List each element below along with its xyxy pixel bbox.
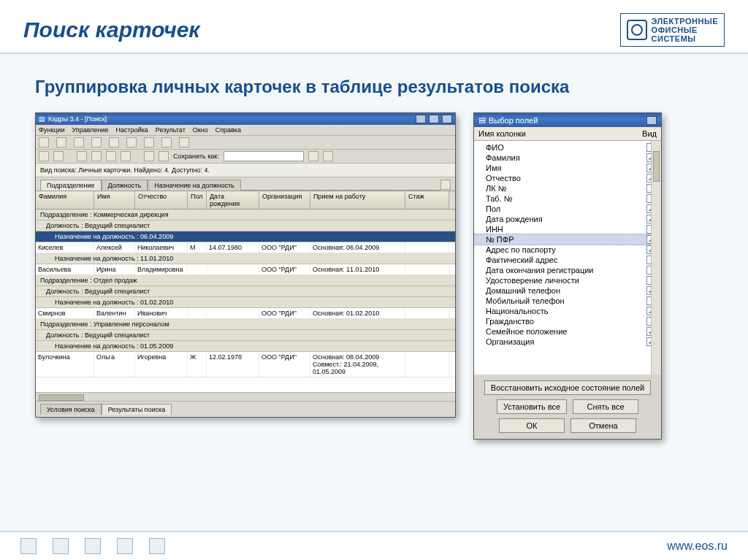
group-row[interactable]: Должность : Ведущий специалист xyxy=(36,220,455,231)
slide-header: Поиск карточек ЭЛЕКТРОННЫЕ ОФИСНЫЕ СИСТЕ… xyxy=(0,0,748,54)
group-tab[interactable]: Назначение на должность xyxy=(148,180,241,191)
table-row[interactable]: Васильева Ирина Владимировна ООО "РДИ" О… xyxy=(36,264,455,275)
field-item[interactable]: Имя✓ xyxy=(474,163,661,173)
field-item[interactable]: Фактический адрес xyxy=(474,255,661,265)
set-all-button[interactable]: Установить все xyxy=(497,399,567,414)
toolbar-button[interactable] xyxy=(106,151,116,161)
results-grid: Подразделение : Коммерческая дирекция До… xyxy=(36,210,455,392)
field-item[interactable]: Домашний телефон✓ xyxy=(474,285,661,296)
table-row[interactable]: Киселев Алексей Николаевич М 14.07.1980 … xyxy=(36,242,455,253)
field-item[interactable]: Дата рождения✓ xyxy=(474,214,661,224)
group-row[interactable]: Подразделение : Отдел продаж xyxy=(36,275,455,286)
toolbar-button[interactable] xyxy=(39,137,49,147)
column-header[interactable]: Дата рождения xyxy=(207,191,259,209)
group-tab[interactable]: Должность xyxy=(102,180,148,191)
field-item[interactable]: Фамилия✓ xyxy=(474,153,661,163)
field-item[interactable]: ЛК № xyxy=(474,183,661,193)
toolbar-button[interactable] xyxy=(56,137,66,147)
menu-item[interactable]: Управление xyxy=(72,126,108,134)
field-item[interactable]: Мобильный телефон xyxy=(474,296,661,306)
dialog-titlebar[interactable]: ▤ Выбор полей xyxy=(474,113,661,127)
group-row[interactable]: Назначение на должность : 01.05.2009 xyxy=(36,341,455,352)
field-item[interactable]: Удостоверение личности xyxy=(474,275,661,285)
toolbar-button[interactable] xyxy=(74,137,84,147)
column-visible-header[interactable]: Вид xyxy=(642,129,657,138)
field-item[interactable]: Дата окончания регистрации xyxy=(474,265,661,275)
toolbar-button[interactable] xyxy=(323,151,333,161)
slide-title: Поиск карточек xyxy=(23,18,200,42)
field-item[interactable]: Адрес по паспорту✓ xyxy=(474,245,661,255)
field-item[interactable]: Организация✓ xyxy=(474,337,661,347)
toolbar-button[interactable] xyxy=(308,151,318,161)
column-header[interactable]: Отчество xyxy=(135,191,188,209)
field-item[interactable]: ИНН xyxy=(474,224,661,234)
app-title-text: Кадры 3.4 - [Поиск] xyxy=(48,115,107,123)
table-row[interactable]: Булочкина Ольга Игоревна Ж 12.02.1978 ОО… xyxy=(36,352,455,377)
cancel-button[interactable]: Отмена xyxy=(570,418,636,433)
dialog-close-button[interactable] xyxy=(646,116,657,125)
menu-item[interactable]: Функции xyxy=(39,126,64,134)
toolbar-button[interactable] xyxy=(161,137,172,147)
dialog-buttons: Восстановить исходное состояние полей Ус… xyxy=(474,375,661,439)
toolbar-button[interactable] xyxy=(159,151,169,161)
bottom-tab[interactable]: Результаты поиска xyxy=(102,404,172,415)
menu-item[interactable]: Окно xyxy=(193,126,208,134)
column-header[interactable]: Стаж xyxy=(405,191,449,209)
column-header[interactable]: Имя xyxy=(94,191,135,209)
toolbar-button[interactable] xyxy=(77,151,87,161)
menu-item[interactable]: Результат xyxy=(156,126,186,134)
group-row[interactable]: Подразделение : Коммерческая дирекция xyxy=(36,210,455,220)
table-row[interactable]: Смирнов Валентин Иванович ООО "РДИ" Осно… xyxy=(36,308,455,319)
toolbar-button[interactable] xyxy=(91,151,102,161)
restore-defaults-button[interactable]: Восстановить исходное состояние полей xyxy=(484,380,651,395)
field-item[interactable]: Национальность✓ xyxy=(474,306,661,316)
field-item[interactable]: Таб. № xyxy=(474,193,661,204)
group-row[interactable]: Назначение на должность : 11.01.2010 xyxy=(36,253,455,264)
maximize-button[interactable] xyxy=(429,115,439,123)
ok-button[interactable]: ОК xyxy=(499,418,565,433)
field-item[interactable]: Семейное положение✓ xyxy=(474,326,661,337)
tab-close-icon[interactable] xyxy=(440,180,451,190)
save-as-input[interactable] xyxy=(224,151,304,161)
column-header[interactable]: Фамилия xyxy=(36,191,94,209)
field-item[interactable]: № ПФР✓ xyxy=(474,234,661,245)
column-header[interactable]: Прием на работу xyxy=(310,191,405,209)
group-tab[interactable]: Подразделение xyxy=(40,180,102,191)
field-item[interactable]: Отчество✓ xyxy=(474,173,661,183)
group-row[interactable]: Назначение на должность : 01.02.2010 xyxy=(36,297,455,308)
field-item[interactable]: Гражданство xyxy=(474,316,661,326)
toolbar-2: Сохранить как: xyxy=(36,150,455,164)
column-name-header[interactable]: Имя колонки xyxy=(478,129,526,138)
field-item[interactable]: Пол✓ xyxy=(474,204,661,214)
toolbar-button[interactable] xyxy=(144,137,154,147)
save-as-label: Сохранить как: xyxy=(173,153,219,160)
toolbar-button[interactable] xyxy=(109,137,119,147)
column-header[interactable]: Пол xyxy=(188,191,207,209)
toolbar-button[interactable] xyxy=(126,137,137,147)
field-list: ФИОФамилия✓Имя✓Отчество✓ЛК №Таб. №Пол✓Да… xyxy=(474,141,661,375)
field-name: Мобильный телефон xyxy=(486,296,646,305)
slide-subtitle: Группировка личных карточек в таблице ре… xyxy=(35,76,719,98)
horizontal-scrollbar[interactable] xyxy=(36,392,455,401)
toolbar-button[interactable] xyxy=(39,151,49,161)
toolbar-button[interactable] xyxy=(179,137,189,147)
app-titlebar[interactable]: ▤ Кадры 3.4 - [Поиск] xyxy=(36,113,455,125)
column-header[interactable]: Организация xyxy=(259,191,310,209)
menu-item[interactable]: Настройка xyxy=(116,126,148,134)
field-name: Фактический адрес xyxy=(486,256,646,264)
group-row-selected[interactable]: Назначение на должность : 06.04.2009 xyxy=(36,231,455,242)
bottom-tab[interactable]: Условия поиска xyxy=(40,404,102,415)
group-row[interactable]: Должность : Ведущий специалист xyxy=(36,330,455,341)
clear-all-button[interactable]: Снять все xyxy=(573,399,638,414)
toolbar-button[interactable] xyxy=(53,151,64,161)
toolbar-button[interactable] xyxy=(144,151,154,161)
group-row[interactable]: Должность : Ведущий специалист xyxy=(36,286,455,297)
minimize-button[interactable] xyxy=(416,115,426,123)
close-button[interactable] xyxy=(442,115,452,123)
menu-item[interactable]: Справка xyxy=(215,126,241,134)
toolbar-button[interactable] xyxy=(91,137,102,147)
vertical-scrollbar[interactable] xyxy=(651,141,661,375)
toolbar-button[interactable] xyxy=(121,151,131,161)
group-row[interactable]: Подразделение : Управление персоналом xyxy=(36,319,455,330)
field-item[interactable]: ФИО xyxy=(474,142,661,153)
